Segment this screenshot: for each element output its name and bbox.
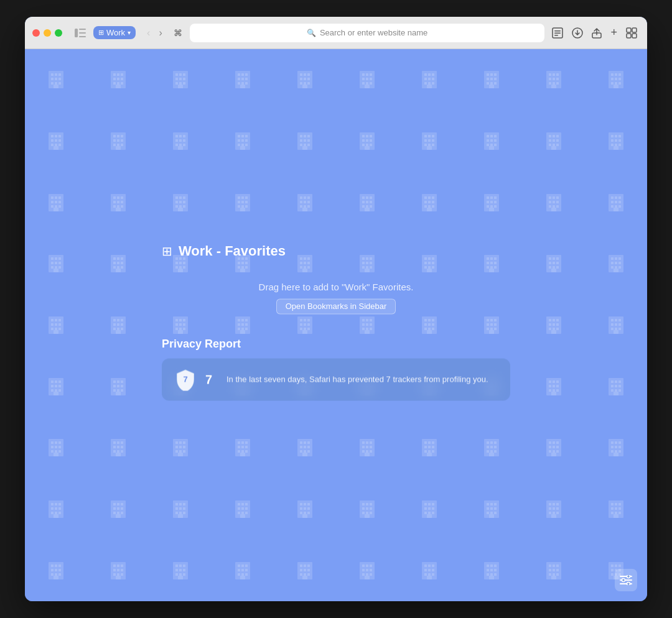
svg-rect-270 xyxy=(245,196,248,199)
fullscreen-button[interactable] xyxy=(55,29,62,37)
svg-rect-858 xyxy=(428,512,431,514)
back-button[interactable]: ‹ xyxy=(143,25,154,41)
svg-rect-833 xyxy=(304,507,306,510)
svg-rect-263 xyxy=(175,205,178,208)
svg-rect-940 xyxy=(304,565,306,567)
svg-rect-668 xyxy=(615,385,617,387)
svg-rect-144 xyxy=(121,144,123,146)
svg-rect-318 xyxy=(487,205,489,208)
close-button[interactable] xyxy=(32,29,40,37)
svg-rect-941 xyxy=(307,565,310,567)
svg-rect-449 xyxy=(618,262,621,264)
svg-rect-49 xyxy=(241,73,244,76)
svg-rect-841 xyxy=(366,503,368,505)
open-bookmarks-button[interactable]: Open Bookmarks in Sidebar xyxy=(276,298,396,314)
svg-rect-164 xyxy=(238,144,240,146)
svg-rect-730 xyxy=(362,441,365,444)
svg-rect-74 xyxy=(366,78,368,80)
svg-point-1008 xyxy=(627,575,630,578)
svg-rect-920 xyxy=(175,569,178,571)
pattern-building xyxy=(523,295,585,356)
svg-rect-45 xyxy=(183,82,185,85)
svg-rect-823 xyxy=(245,507,248,510)
svg-rect-281 xyxy=(307,196,310,199)
svg-rect-936 xyxy=(245,573,248,576)
command-icon-button[interactable]: ⌘ xyxy=(171,25,185,40)
svg-rect-739 xyxy=(365,453,370,456)
svg-rect-236 xyxy=(55,196,57,199)
svg-rect-35 xyxy=(116,85,121,88)
svg-rect-923 xyxy=(175,573,178,576)
svg-rect-802 xyxy=(113,512,116,514)
svg-rect-319 xyxy=(490,205,493,208)
svg-rect-544 xyxy=(553,319,555,321)
forward-button[interactable]: › xyxy=(155,25,166,41)
svg-rect-18 xyxy=(51,78,54,80)
svg-rect-200 xyxy=(427,146,432,150)
downloads-button[interactable] xyxy=(569,25,586,41)
svg-rect-929 xyxy=(241,565,244,567)
svg-rect-750 xyxy=(427,453,432,456)
svg-rect-909 xyxy=(113,569,116,571)
svg-rect-57 xyxy=(240,85,245,88)
svg-rect-708 xyxy=(238,441,240,444)
svg-rect-660 xyxy=(553,389,555,392)
svg-rect-312 xyxy=(487,196,489,199)
svg-rect-468 xyxy=(121,319,123,321)
address-bar[interactable]: 🔍 Search or enter website name xyxy=(190,24,545,42)
work-space-icon: ⊞ xyxy=(162,244,172,259)
svg-rect-942 xyxy=(300,569,302,571)
svg-rect-195 xyxy=(428,139,431,142)
pattern-building xyxy=(460,540,523,601)
svg-rect-911 xyxy=(121,569,123,571)
svg-rect-352 xyxy=(55,266,57,269)
svg-rect-840 xyxy=(362,503,365,505)
new-tab-button[interactable]: + xyxy=(608,24,620,42)
share-button[interactable] xyxy=(589,25,604,41)
svg-rect-706 xyxy=(178,453,183,456)
svg-rect-177 xyxy=(307,144,310,146)
svg-rect-0 xyxy=(75,29,78,37)
svg-rect-123 xyxy=(614,85,618,88)
pattern-building xyxy=(336,479,398,540)
tab-group[interactable]: ⊞ Work ▾ xyxy=(93,26,136,39)
svg-rect-82 xyxy=(428,73,431,76)
svg-rect-744 xyxy=(424,446,427,448)
tabs-overview-button[interactable] xyxy=(623,25,640,41)
svg-rect-985 xyxy=(556,565,559,567)
svg-rect-239 xyxy=(55,201,57,203)
svg-rect-139 xyxy=(113,139,116,142)
svg-rect-161 xyxy=(238,139,240,142)
svg-rect-354 xyxy=(54,269,58,272)
svg-rect-551 xyxy=(556,328,559,330)
svg-rect-187 xyxy=(366,144,368,146)
svg-rect-16 xyxy=(55,73,57,76)
privacy-card[interactable]: 7 7 In the last seven days, Safari has p… xyxy=(162,358,510,400)
svg-rect-88 xyxy=(428,82,431,85)
svg-rect-734 xyxy=(366,446,368,448)
svg-rect-330 xyxy=(553,205,555,208)
svg-rect-746 xyxy=(432,446,434,448)
svg-rect-970 xyxy=(427,576,432,579)
svg-rect-556 xyxy=(618,319,621,321)
reader-view-button[interactable] xyxy=(549,25,566,41)
svg-rect-788 xyxy=(51,507,54,510)
svg-rect-829 xyxy=(300,503,302,505)
svg-rect-110 xyxy=(553,82,555,85)
svg-rect-687 xyxy=(117,441,119,444)
svg-rect-974 xyxy=(494,565,497,567)
pattern-building xyxy=(274,540,336,601)
minimize-button[interactable] xyxy=(44,29,51,37)
customize-button[interactable] xyxy=(615,569,637,591)
svg-rect-241 xyxy=(51,205,54,208)
svg-rect-446 xyxy=(618,257,621,260)
svg-rect-851 xyxy=(424,503,427,505)
svg-rect-29 xyxy=(113,78,116,80)
svg-rect-572 xyxy=(55,389,57,392)
tracker-count: 7 xyxy=(205,372,218,387)
sidebar-toggle-button[interactable] xyxy=(72,26,88,40)
svg-rect-213 xyxy=(549,135,551,137)
svg-rect-148 xyxy=(179,135,182,137)
svg-rect-665 xyxy=(615,380,617,383)
pattern-building xyxy=(274,417,336,479)
